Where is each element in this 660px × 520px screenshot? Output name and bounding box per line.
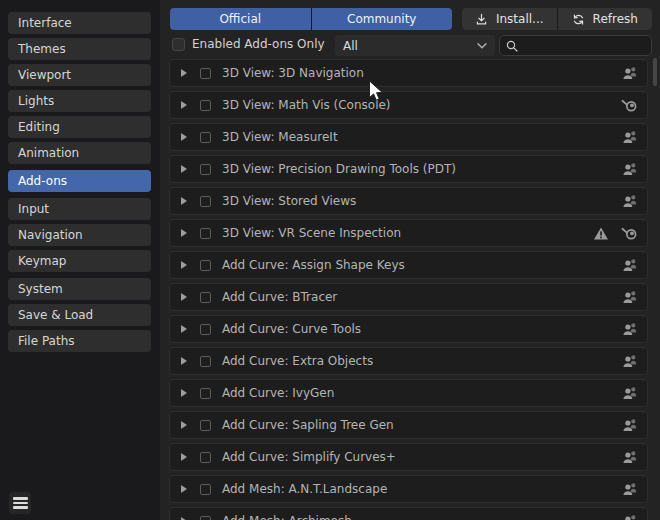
addon-search-input[interactable] <box>523 38 646 54</box>
addon-row[interactable]: Add Curve: Sapling Tree Gen <box>169 411 648 439</box>
sidebar-item-label: System <box>18 282 63 296</box>
addon-enable-checkbox[interactable] <box>200 132 211 143</box>
sidebar-item[interactable]: Lights <box>8 90 151 112</box>
scrollbar-thumb[interactable] <box>653 58 657 86</box>
expand-arrow-icon[interactable] <box>181 325 187 333</box>
enabled-addons-only-label: Enabled Add-ons Only <box>192 37 325 51</box>
addon-enable-checkbox[interactable] <box>200 292 211 303</box>
addon-enable-checkbox[interactable] <box>200 356 211 367</box>
sidebar-item-label: Lights <box>18 94 54 108</box>
sidebar-item[interactable]: System <box>8 278 151 300</box>
community-users-icon <box>622 193 638 209</box>
sidebar-item[interactable]: Add-ons <box>8 170 151 192</box>
support-tab-label: Community <box>347 12 416 26</box>
expand-arrow-icon[interactable] <box>181 389 187 397</box>
sidebar-item[interactable]: Themes <box>8 38 151 60</box>
addon-row[interactable]: Add Mesh: Archimesh <box>169 507 648 520</box>
category-filter-dropdown[interactable]: All <box>335 35 495 56</box>
addon-row[interactable]: Add Mesh: A.N.T.Landscape <box>169 475 648 503</box>
sidebar-item[interactable]: Viewport <box>8 64 151 86</box>
sidebar-item-label: Themes <box>18 42 66 56</box>
addon-row[interactable]: Add Curve: Assign Shape Keys <box>169 251 648 279</box>
addon-name: Add Curve: Simplify Curves+ <box>222 450 622 464</box>
addon-enable-checkbox[interactable] <box>200 196 211 207</box>
sidebar-item[interactable]: Editing <box>8 116 151 138</box>
addon-enable-checkbox[interactable] <box>200 452 211 463</box>
addon-name: Add Curve: Curve Tools <box>222 322 622 336</box>
addon-row[interactable]: 3D View: MeasureIt <box>169 123 648 151</box>
sidebar-item[interactable]: Animation <box>8 142 151 164</box>
addon-enable-checkbox[interactable] <box>200 68 211 79</box>
install-button[interactable]: Install... <box>462 8 557 30</box>
addon-enable-checkbox[interactable] <box>200 228 211 239</box>
expand-arrow-icon[interactable] <box>181 453 187 461</box>
preferences-nav-sidebar: Interface Themes Viewport Lights Editing… <box>0 0 160 520</box>
addon-enable-checkbox[interactable] <box>200 420 211 431</box>
support-level-tabs: Official Community <box>170 8 452 30</box>
addon-enable-checkbox[interactable] <box>200 324 211 335</box>
addon-row[interactable]: 3D View: Precision Drawing Tools (PDT) <box>169 155 648 183</box>
addon-name: Add Mesh: A.N.T.Landscape <box>222 482 622 496</box>
expand-arrow-icon[interactable] <box>181 293 187 301</box>
expand-arrow-icon[interactable] <box>181 261 187 269</box>
addon-row[interactable]: Add Curve: Extra Objects <box>169 347 648 375</box>
expand-arrow-icon[interactable] <box>181 69 187 77</box>
enabled-addons-only-checkbox[interactable] <box>172 38 185 51</box>
addon-name: Add Curve: BTracer <box>222 290 622 304</box>
community-users-icon <box>622 65 638 81</box>
refresh-icon <box>572 13 585 26</box>
expand-arrow-icon[interactable] <box>181 229 187 237</box>
enabled-addons-only-toggle[interactable]: Enabled Add-ons Only <box>172 37 325 51</box>
addon-actions: Install... Refresh <box>462 8 652 30</box>
addon-row[interactable]: Add Curve: BTracer <box>169 283 648 311</box>
category-filter-value: All <box>343 39 358 53</box>
addon-search-field[interactable] <box>499 35 652 56</box>
addon-row[interactable]: 3D View: Stored Views <box>169 187 648 215</box>
expand-arrow-icon[interactable] <box>181 101 187 109</box>
addon-list: 3D View: 3D Navigation <box>169 59 648 520</box>
expand-arrow-icon[interactable] <box>181 133 187 141</box>
support-tab[interactable]: Community <box>312 8 453 30</box>
community-users-icon <box>622 321 638 337</box>
addon-row[interactable]: 3D View: VR Scene Inspection <box>169 219 648 247</box>
install-button-label: Install... <box>496 12 544 26</box>
sidebar-item[interactable]: Navigation <box>8 224 151 246</box>
addon-enable-checkbox[interactable] <box>200 388 211 399</box>
addon-enable-checkbox[interactable] <box>200 260 211 271</box>
refresh-button-label: Refresh <box>593 12 638 26</box>
sidebar-item[interactable]: Save & Load <box>8 304 151 326</box>
sidebar-item[interactable]: Keymap <box>8 250 151 272</box>
refresh-button[interactable]: Refresh <box>558 8 653 30</box>
search-icon <box>505 39 519 53</box>
sidebar-item[interactable]: File Paths <box>8 330 151 352</box>
addon-row[interactable]: Add Curve: Simplify Curves+ <box>169 443 648 471</box>
addon-name: Add Curve: Extra Objects <box>222 354 622 368</box>
expand-arrow-icon[interactable] <box>181 485 187 493</box>
expand-arrow-icon[interactable] <box>181 421 187 429</box>
addon-row[interactable]: 3D View: Math Vis (Console) <box>169 91 648 119</box>
support-tab-label: Official <box>219 12 261 26</box>
support-tab[interactable]: Official <box>170 8 311 30</box>
addon-enable-checkbox[interactable] <box>200 516 211 520</box>
addon-enable-checkbox[interactable] <box>200 164 211 175</box>
addon-enable-checkbox[interactable] <box>200 100 211 111</box>
expand-arrow-icon[interactable] <box>181 165 187 173</box>
community-users-icon <box>622 289 638 305</box>
sidebar-item[interactable]: Interface <box>8 12 151 34</box>
addon-row[interactable]: 3D View: 3D Navigation <box>169 59 648 87</box>
addon-name: 3D View: MeasureIt <box>222 130 622 144</box>
addon-enable-checkbox[interactable] <box>200 484 211 495</box>
editor-menu-icon[interactable] <box>9 492 31 514</box>
sidebar-item-label: Editing <box>18 120 60 134</box>
community-users-icon <box>622 481 638 497</box>
addon-name: Add Curve: Assign Shape Keys <box>222 258 622 272</box>
expand-arrow-icon[interactable] <box>181 357 187 365</box>
community-users-icon <box>622 513 638 520</box>
addon-row[interactable]: Add Curve: Curve Tools <box>169 315 648 343</box>
expand-arrow-icon[interactable] <box>181 197 187 205</box>
sidebar-item[interactable]: Input <box>8 198 151 220</box>
addon-name: Add Mesh: Archimesh <box>222 514 622 520</box>
warning-icon <box>593 226 609 241</box>
addon-row[interactable]: Add Curve: IvyGen <box>169 379 648 407</box>
addon-name: 3D View: Stored Views <box>222 194 622 208</box>
